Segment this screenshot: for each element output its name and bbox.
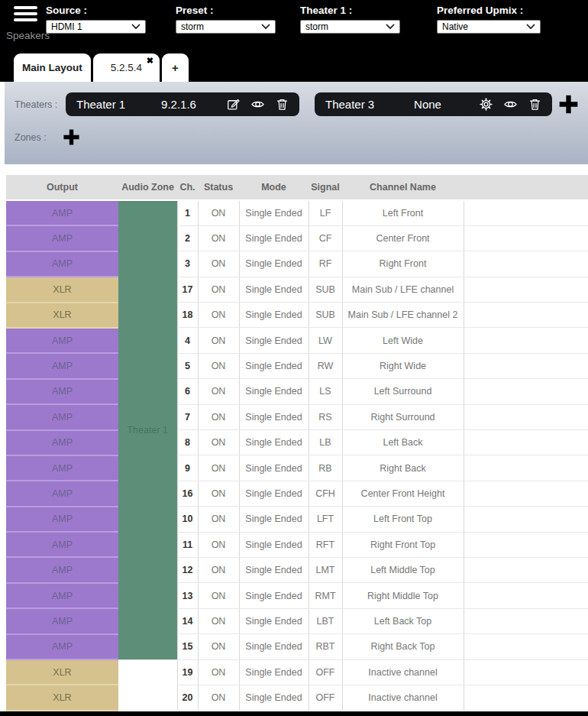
source-select-group: Source : HDMI 1	[46, 5, 146, 34]
table-header-row: OutputAudio ZoneCh.StatusModeSignalChann…	[6, 175, 588, 200]
channel-name-cell: Inactive channel	[342, 659, 464, 685]
audio-zone-cell	[118, 659, 177, 711]
table-row[interactable]: XLR18ONSingle EndedSUBMain Sub / LFE cha…	[6, 303, 588, 328]
table-row[interactable]: AMP2ONSingle EndedCFCenter Front	[6, 225, 588, 251]
preset-select[interactable]: storm	[176, 20, 276, 34]
eye-icon[interactable]	[250, 97, 265, 112]
status-cell: ON	[198, 507, 239, 532]
preset-label: Preset :	[176, 5, 276, 16]
plus-icon	[63, 128, 80, 146]
table-row[interactable]: XLR20ONSingle EndedOFFInactive channel	[6, 685, 588, 710]
channels-table-container: OutputAudio ZoneCh.StatusModeSignalChann…	[6, 175, 588, 711]
output-cell: XLR	[6, 685, 118, 710]
status-cell: ON	[198, 608, 239, 633]
hamburger-menu-icon[interactable]	[14, 6, 37, 24]
channel-name-cell: Main Sub / LFE channel 2	[342, 303, 464, 328]
tab-main-layout[interactable]: Main Layout	[14, 53, 91, 82]
table-row[interactable]: AMP13ONSingle EndedRMTRight Middle Top	[6, 583, 588, 608]
signal-cell: RB	[309, 455, 342, 481]
trash-icon[interactable]	[528, 97, 542, 112]
table-row[interactable]: AMP16ONSingle EndedCFHCenter Front Heigh…	[6, 481, 588, 506]
add-tab-button[interactable]: +	[162, 53, 189, 82]
channel-name-cell: Right Surround	[342, 404, 464, 429]
channels-table: OutputAudio ZoneCh.StatusModeSignalChann…	[6, 175, 588, 711]
zones-row: Zones :	[15, 128, 80, 146]
theater-select[interactable]: storm	[300, 20, 400, 34]
channel-number-cell: 3	[177, 251, 198, 277]
channel-number-cell: 4	[177, 328, 198, 353]
add-zone-button[interactable]	[63, 128, 80, 146]
channel-number-cell: 8	[177, 430, 198, 455]
theater-1-pill[interactable]: Theater 1 9.2.1.6	[66, 92, 299, 116]
theater-3-pill[interactable]: Theater 3 None	[315, 92, 552, 116]
output-cell: AMP	[6, 328, 118, 353]
table-row[interactable]: AMP14ONSingle EndedLBTLeft Back Top	[6, 608, 588, 633]
table-row[interactable]: AMP5ONSingle EndedRWRight Wide	[6, 353, 588, 378]
channel-name-cell: Right Back	[342, 455, 464, 481]
channel-name-cell: Left Back	[342, 430, 464, 455]
status-cell: ON	[198, 455, 239, 481]
output-cell: XLR	[6, 277, 118, 302]
add-theater-button[interactable]	[558, 94, 579, 115]
table-row[interactable]: XLR17ONSingle EndedSUBMain Sub / LFE cha…	[6, 277, 588, 302]
table-row[interactable]: AMP12ONSingle EndedLMTLeft Middle Top	[6, 557, 588, 582]
channel-number-cell: 5	[177, 353, 198, 378]
table-row[interactable]: AMP6ONSingle EndedLSLeft Surround	[6, 379, 588, 404]
table-row[interactable]: AMP4ONSingle EndedLWLeft Wide	[6, 328, 588, 353]
channel-name-cell: Right Front	[342, 251, 464, 277]
table-row[interactable]: AMP8ONSingle EndedLBLeft Back	[6, 430, 588, 455]
mode-cell: Single Ended	[239, 328, 309, 353]
empty-cell	[464, 557, 588, 582]
theater-actions	[479, 97, 552, 112]
empty-cell	[464, 634, 588, 659]
signal-cell: CF	[309, 225, 342, 251]
empty-cell	[464, 200, 588, 225]
output-cell: AMP	[6, 353, 118, 378]
table-row[interactable]: AMP7ONSingle EndedRSRight Surround	[6, 404, 588, 429]
layout-tabs: Main Layout 5.2.5.4 ✖ +	[14, 53, 189, 82]
table-row[interactable]: AMPTheater 11ONSingle EndedLFLeft Front	[6, 200, 588, 225]
mode-cell: Single Ended	[239, 532, 309, 557]
table-row[interactable]: AMP11ONSingle EndedRFTRight Front Top	[6, 532, 588, 557]
empty-cell	[464, 404, 588, 429]
channel-name-cell: Center Front Height	[342, 481, 464, 506]
table-body: AMPTheater 11ONSingle EndedLFLeft FrontA…	[6, 200, 588, 711]
status-cell: ON	[198, 303, 239, 328]
tab-5254[interactable]: 5.2.5.4 ✖	[93, 53, 160, 82]
status-cell: ON	[198, 379, 239, 404]
channel-number-cell: 17	[177, 277, 198, 302]
column-header: Channel Name	[342, 175, 464, 200]
empty-cell	[464, 507, 588, 532]
empty-cell	[464, 685, 588, 710]
output-cell: AMP	[6, 481, 118, 506]
table-row[interactable]: AMP3ONSingle EndedRFRight Front	[6, 251, 588, 277]
edit-icon[interactable]	[226, 97, 241, 112]
close-icon[interactable]: ✖	[147, 56, 153, 66]
mode-cell: Single Ended	[239, 685, 309, 710]
output-cell: AMP	[6, 404, 118, 429]
gear-icon[interactable]	[479, 97, 493, 112]
channel-name-cell: Center Front	[342, 225, 464, 251]
empty-cell	[464, 583, 588, 608]
table-row[interactable]: AMP9ONSingle EndedRBRight Back	[6, 455, 588, 481]
upmix-select[interactable]: Native	[437, 20, 541, 34]
eye-icon[interactable]	[503, 97, 518, 112]
channel-name-cell: Inactive channel	[342, 685, 464, 710]
source-select[interactable]: HDMI 1	[46, 20, 146, 34]
channel-number-cell: 13	[177, 583, 198, 608]
source-value: HDMI 1	[51, 21, 131, 32]
audio-zone-cell: Theater 1	[118, 200, 177, 659]
status-cell: ON	[198, 634, 239, 659]
table-row[interactable]: AMP10ONSingle EndedLFTLeft Front Top	[6, 507, 588, 532]
signal-cell: RFT	[309, 532, 342, 557]
top-bar: Source : HDMI 1 Preset : storm Theater 1…	[0, 0, 588, 82]
signal-cell: SUB	[309, 277, 342, 302]
preset-select-group: Preset : storm	[176, 5, 276, 34]
column-header: Output	[6, 175, 118, 200]
trash-icon[interactable]	[275, 97, 289, 112]
theaters-row: Theaters : Theater 1 9.2.1.6	[15, 92, 582, 116]
channel-number-cell: 9	[177, 455, 198, 481]
bottom-divider	[0, 711, 588, 716]
table-row[interactable]: XLR19ONSingle EndedOFFInactive channel	[6, 659, 588, 685]
table-row[interactable]: AMP15ONSingle EndedRBTRight Back Top	[6, 634, 588, 659]
